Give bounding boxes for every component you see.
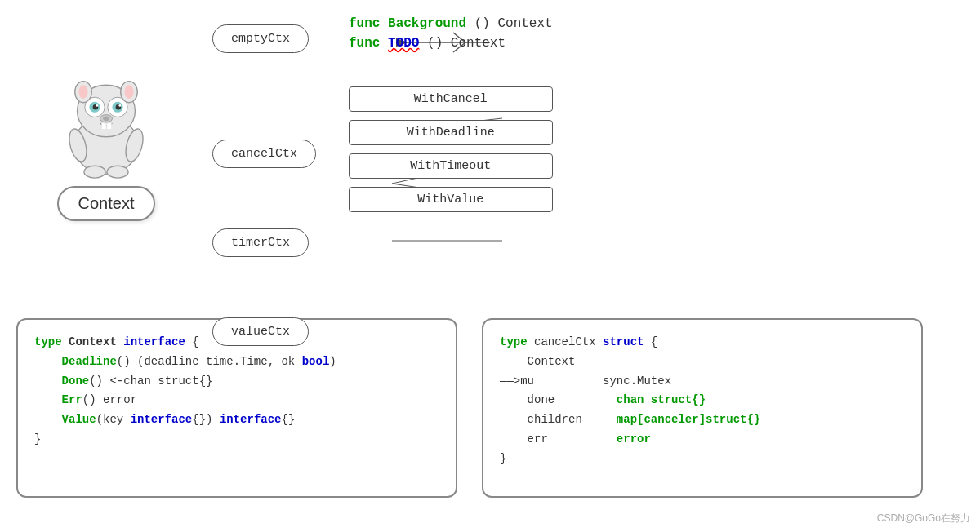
- func-background-line: func Background () Context: [349, 16, 553, 31]
- func-keyword-bg: func: [349, 16, 380, 31]
- value-ctx-node: valueCtx: [212, 317, 309, 346]
- empty-ctx-node: emptyCtx: [212, 24, 309, 53]
- gopher-area: Context: [16, 65, 196, 221]
- with-deadline-box: WithDeadline: [349, 120, 553, 145]
- context-interface-code: type Context interface { Deadline() (dea…: [34, 333, 439, 450]
- with-timeout-box: WithTimeout: [349, 153, 553, 179]
- svg-point-28: [107, 166, 128, 178]
- svg-point-23: [78, 85, 87, 99]
- svg-point-17: [96, 104, 98, 107]
- with-boxes: WithCancel WithDeadline WithTimeout With…: [349, 86, 553, 212]
- func-labels: func Background () Context func TODO () …: [349, 16, 553, 55]
- cancel-ctx-node: cancelCtx: [212, 140, 316, 168]
- top-section: Context emptyCtx cancelCtx timerCtx valu…: [16, 16, 964, 294]
- func-keyword-todo: func: [349, 36, 380, 51]
- cancel-ctx-struct-code: type cancelCtx struct { Context ——>mu sy…: [500, 333, 905, 469]
- ctx-nodes-column: emptyCtx cancelCtx timerCtx valueCtx: [212, 24, 316, 346]
- gopher-mascot: [53, 65, 159, 180]
- main-container: Context emptyCtx cancelCtx timerCtx valu…: [0, 0, 980, 532]
- func-todo-line: func TODO () Context: [349, 36, 553, 51]
- with-value-box: WithValue: [349, 187, 553, 212]
- svg-point-24: [124, 85, 133, 99]
- svg-point-27: [84, 166, 105, 178]
- svg-rect-30: [107, 123, 112, 129]
- context-label: Context: [57, 186, 156, 221]
- func-bg-suffix: () Context: [474, 16, 553, 31]
- timer-ctx-node: timerCtx: [212, 228, 309, 257]
- func-name-todo: TODO: [388, 36, 419, 51]
- svg-point-20: [103, 117, 109, 122]
- func-todo-suffix: () Context: [427, 36, 506, 51]
- right-section: func Background () Context func TODO () …: [349, 16, 553, 212]
- svg-point-18: [118, 104, 121, 107]
- with-cancel-box: WithCancel: [349, 86, 553, 112]
- func-name-bg: Background: [388, 16, 466, 31]
- watermark: CSDN@GoGo在努力: [877, 512, 970, 525]
- bottom-section: type Context interface { Deadline() (dea…: [16, 318, 964, 498]
- svg-rect-29: [101, 123, 106, 129]
- cancel-ctx-struct-box: type cancelCtx struct { Context ——>mu sy…: [482, 318, 923, 498]
